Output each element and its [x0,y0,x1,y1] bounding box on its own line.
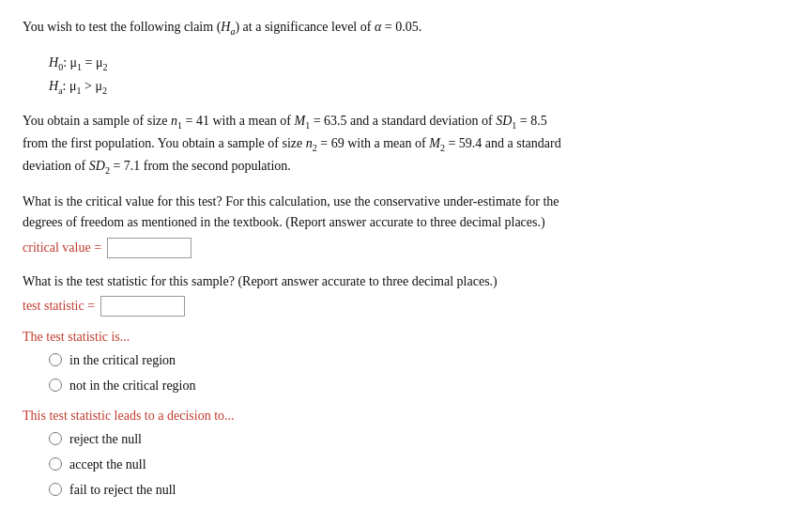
q3-block: The test statistic is... in the critical… [23,330,789,395]
radio-accept-null-input[interactable] [49,457,62,471]
q1-label: critical value = [23,240,101,255]
q2-label: test statistic = [23,299,95,314]
radio-accept-null-label: accept the null [69,455,146,474]
test-statistic-input[interactable] [100,296,185,317]
radio-accept-null[interactable]: accept the null [49,455,789,474]
q4-label: This test statistic leads to a decision … [23,409,789,424]
radio-not-critical[interactable]: not in the critical region [49,376,789,395]
radio-reject-null-input[interactable] [49,432,62,445]
radio-not-critical-label: not in the critical region [69,376,196,395]
q4-radio-group: reject the null accept the null fail to … [49,429,789,500]
hypotheses-block: H0: μ1 = μ2 Ha: μ1 > μ2 [49,52,789,99]
radio-not-critical-input[interactable] [49,379,62,392]
critical-value-input[interactable] [107,238,192,258]
radio-fail-reject-label: fail to reject the null [69,480,176,500]
q2-text: What is the test statistic for this samp… [23,271,789,292]
q4-block: This test statistic leads to a decision … [23,409,789,500]
radio-fail-reject[interactable]: fail to reject the null [49,480,789,500]
q2-input-row: test statistic = [23,296,789,317]
q1-input-row: critical value = [23,238,789,258]
radio-in-critical-label: in the critical region [69,350,176,370]
radio-in-critical[interactable]: in the critical region [49,350,789,370]
radio-reject-null-label: reject the null [69,429,142,449]
radio-fail-reject-input[interactable] [49,483,62,496]
radio-reject-null[interactable]: reject the null [49,429,789,449]
ha-line: Ha: μ1 > μ2 [49,75,789,99]
q1-text: What is the critical value for this test… [23,192,789,234]
q1-block: What is the critical value for this test… [23,192,789,258]
h0-line: H0: μ1 = μ2 [49,52,789,75]
q3-label: The test statistic is... [23,330,789,345]
q3-radio-group: in the critical region not in the critic… [49,350,789,395]
intro-paragraph: You wish to test the following claim (Ha… [23,17,789,39]
radio-in-critical-input[interactable] [49,353,62,366]
ha-ref: Ha [221,20,235,34]
sample-info: You obtain a sample of size n1 = 41 with… [23,111,789,178]
q2-block: What is the test statistic for this samp… [23,271,789,317]
